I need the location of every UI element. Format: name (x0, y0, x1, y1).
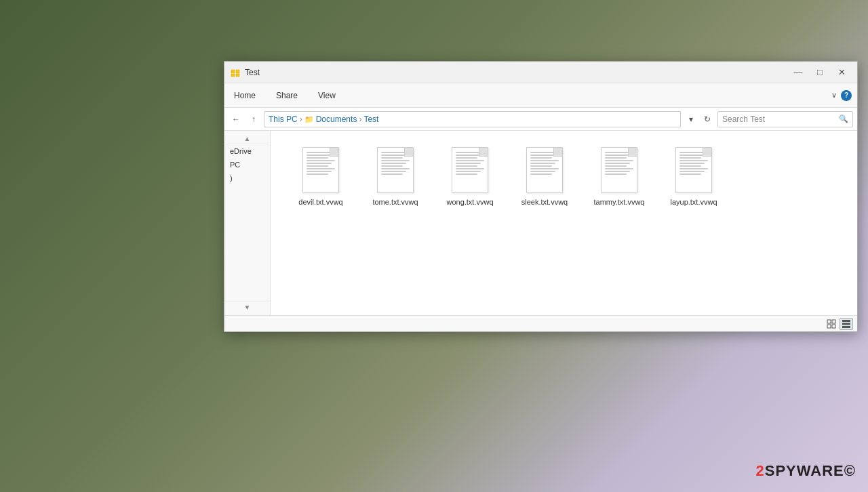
sidebar-scroll-down[interactable]: ▼ (224, 302, 270, 312)
file-name: tome.txt.vvwq (372, 197, 418, 207)
minimize-button[interactable]: — (788, 66, 808, 79)
file-item[interactable]: layup.txt.vvwq (660, 142, 728, 211)
svg-rect-2 (231, 74, 235, 77)
status-bar (224, 315, 857, 331)
window-title: Test (245, 68, 788, 77)
back-button[interactable]: ← (229, 112, 243, 127)
svg-rect-1 (236, 70, 239, 73)
maximize-button[interactable]: □ (810, 66, 830, 79)
path-test: Test (363, 115, 378, 124)
file-item[interactable]: wong.txt.vvwq (436, 142, 504, 211)
file-icon (599, 146, 639, 194)
file-name: sleek.txt.vvwq (521, 197, 568, 207)
view-controls (825, 318, 853, 330)
path-this-pc: This PC (269, 115, 298, 124)
file-name: layup.txt.vvwq (670, 197, 717, 207)
file-item[interactable]: sleek.txt.vvwq (511, 142, 578, 211)
view-list-button[interactable] (825, 318, 838, 330)
title-bar: Test — □ ✕ (224, 62, 857, 83)
files-area: devil.txt.vvwqtome.txt.vvwqwong.txt.vvwq… (271, 131, 857, 315)
file-icon (673, 146, 714, 194)
file-name: wong.txt.vvwq (446, 197, 493, 207)
sidebar-item-3[interactable]: ) (224, 171, 270, 185)
dropdown-button[interactable]: ▾ (684, 112, 698, 127)
search-box[interactable]: Search Test 🔍 (717, 111, 853, 127)
explorer-window: Test — □ ✕ Home Share View ∨ ? ← ↑ This … (224, 61, 858, 332)
path-sep-1: › (300, 115, 302, 124)
sidebar-item-edrive[interactable]: eDrive (224, 144, 270, 158)
watermark: 2SPYWARE© (756, 462, 856, 480)
file-item[interactable]: tome.txt.vvwq (361, 142, 429, 211)
file-icon (524, 146, 565, 194)
sidebar-item-pc[interactable]: PC (224, 158, 270, 171)
svg-rect-5 (832, 320, 835, 323)
search-placeholder: Search Test (722, 115, 765, 124)
watermark-brand: SPYWARE (765, 462, 844, 479)
window-controls: — □ ✕ (788, 66, 852, 79)
file-name: devil.txt.vvwq (298, 197, 342, 207)
file-icon (450, 146, 490, 194)
file-name: tammy.txt.vvwq (594, 197, 645, 207)
path-sep-2: › (359, 115, 361, 124)
ribbon-chevron: ∨ ? (831, 90, 852, 101)
ribbon: Home Share View ∨ ? (224, 83, 857, 108)
refresh-button[interactable]: ↻ (700, 112, 715, 127)
window-icon (230, 67, 241, 78)
help-icon[interactable]: ? (841, 90, 852, 101)
watermark-prefix: 2 (756, 462, 765, 479)
view-grid-button[interactable] (840, 318, 853, 330)
chevron-down-icon[interactable]: ∨ (831, 91, 837, 100)
sidebar-scroll-up[interactable]: ▲ (224, 134, 270, 144)
path-controls: ▾ ↻ (684, 112, 715, 127)
ribbon-tab-share[interactable]: Share (272, 88, 302, 103)
watermark-suffix: © (844, 462, 856, 479)
svg-rect-6 (827, 325, 831, 328)
sidebar: ▲ eDrive PC ) ▼ (224, 131, 271, 315)
svg-rect-10 (842, 326, 850, 328)
svg-rect-4 (827, 320, 831, 323)
file-item[interactable]: devil.txt.vvwq (287, 142, 355, 211)
close-button[interactable]: ✕ (831, 66, 852, 79)
file-icon (375, 146, 416, 194)
path-documents: Documents (304, 115, 357, 124)
svg-rect-9 (842, 323, 850, 325)
search-icon: 🔍 (839, 115, 848, 123)
up-button[interactable]: ↑ (246, 112, 261, 127)
svg-rect-3 (236, 74, 239, 77)
svg-rect-8 (842, 320, 850, 322)
svg-rect-0 (231, 70, 235, 73)
ribbon-tab-view[interactable]: View (314, 88, 340, 103)
file-item[interactable]: tammy.txt.vvwq (585, 142, 653, 211)
address-bar: ← ↑ This PC › Documents › Test ▾ ↻ Searc… (224, 108, 857, 131)
file-icon (300, 146, 341, 194)
address-path[interactable]: This PC › Documents › Test (264, 111, 681, 127)
svg-rect-7 (832, 325, 835, 328)
ribbon-tab-home[interactable]: Home (230, 88, 260, 103)
content-area: ▲ eDrive PC ) ▼ devil.txt.vvwqtome.txt.v… (224, 131, 857, 315)
